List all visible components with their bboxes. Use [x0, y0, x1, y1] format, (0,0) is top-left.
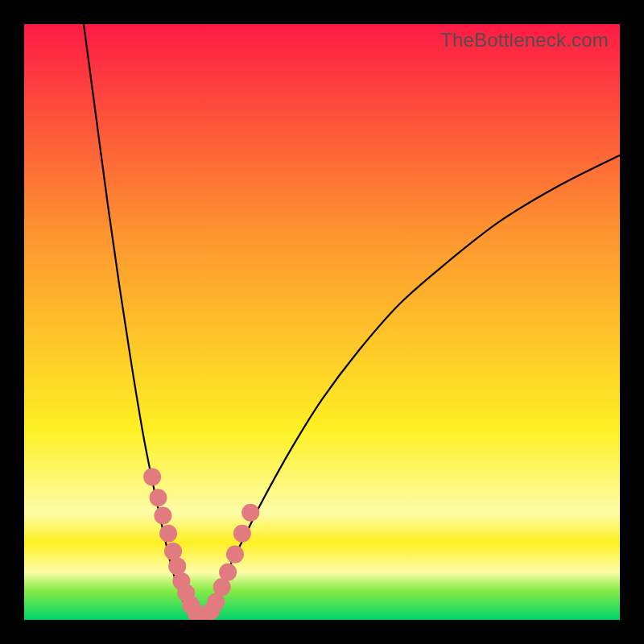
data-marker: [154, 507, 171, 525]
data-marker: [219, 564, 237, 581]
curve-right-branch: [197, 155, 620, 620]
outer-frame: TheBottleneck.com: [0, 0, 644, 644]
curve-left-branch: [84, 24, 197, 620]
data-marker: [150, 489, 167, 506]
plot-area: TheBottleneck.com: [24, 24, 620, 620]
watermark-text: TheBottleneck.com: [440, 29, 609, 52]
marker-group: [143, 468, 259, 620]
data-marker: [226, 546, 244, 564]
data-marker: [159, 525, 177, 543]
data-marker: [168, 557, 186, 575]
data-marker: [164, 543, 182, 560]
chart-svg: [24, 24, 620, 620]
data-marker: [233, 525, 251, 543]
data-marker: [242, 504, 259, 522]
data-marker: [143, 468, 161, 485]
